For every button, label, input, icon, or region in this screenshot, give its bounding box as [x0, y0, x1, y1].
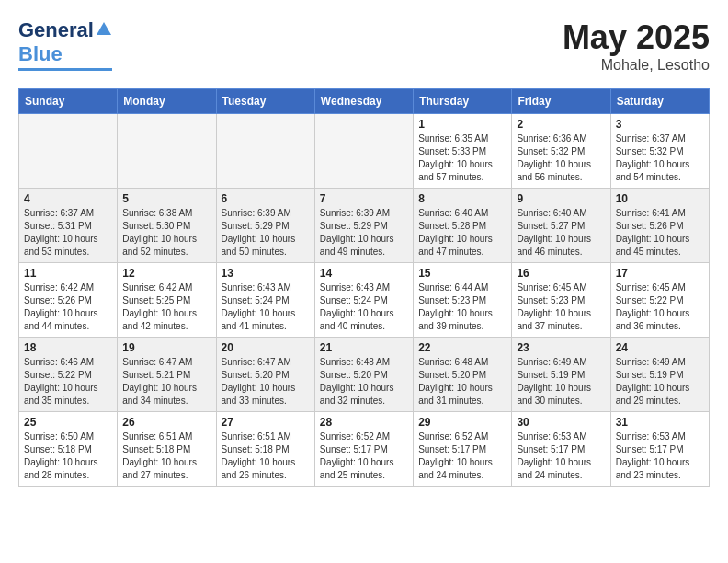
day-info: Sunrise: 6:47 AM Sunset: 5:20 PM Dayligh… [222, 356, 310, 408]
day-info: Sunrise: 6:40 AM Sunset: 5:28 PM Dayligh… [418, 207, 506, 259]
calendar-cell: 7Sunrise: 6:39 AM Sunset: 5:29 PM Daylig… [314, 189, 413, 263]
day-info: Sunrise: 6:52 AM Sunset: 5:17 PM Dayligh… [320, 431, 408, 482]
calendar-cell: 30Sunrise: 6:53 AM Sunset: 5:17 PM Dayli… [512, 412, 610, 487]
calendar-week-row: 18Sunrise: 6:46 AM Sunset: 5:22 PM Dayli… [19, 338, 710, 412]
day-number: 3 [616, 118, 704, 131]
day-info: Sunrise: 6:49 AM Sunset: 5:19 PM Dayligh… [616, 356, 704, 408]
title-block: May 2025 Mohale, Lesotho [563, 18, 710, 74]
calendar-cell: 19Sunrise: 6:47 AM Sunset: 5:21 PM Dayli… [118, 338, 216, 412]
day-info: Sunrise: 6:41 AM Sunset: 5:26 PM Dayligh… [616, 207, 704, 259]
logo-underline [18, 68, 112, 71]
weekday-header-tuesday: Tuesday [216, 89, 314, 114]
calendar-week-row: 1Sunrise: 6:35 AM Sunset: 5:33 PM Daylig… [19, 114, 710, 189]
day-info: Sunrise: 6:51 AM Sunset: 5:18 PM Dayligh… [222, 431, 310, 482]
day-info: Sunrise: 6:43 AM Sunset: 5:24 PM Dayligh… [320, 282, 408, 333]
day-number: 6 [222, 192, 310, 205]
day-info: Sunrise: 6:45 AM Sunset: 5:23 PM Dayligh… [517, 282, 605, 333]
calendar-cell: 4Sunrise: 6:37 AM Sunset: 5:31 PM Daylig… [19, 189, 118, 263]
day-number: 13 [222, 267, 310, 280]
calendar-cell: 20Sunrise: 6:47 AM Sunset: 5:20 PM Dayli… [216, 338, 314, 412]
day-number: 19 [122, 341, 210, 354]
day-info: Sunrise: 6:36 AM Sunset: 5:32 PM Dayligh… [517, 132, 605, 184]
calendar-cell [216, 114, 314, 189]
day-number: 31 [616, 416, 704, 429]
day-info: Sunrise: 6:38 AM Sunset: 5:30 PM Dayligh… [122, 207, 210, 259]
logo-general: General [18, 18, 94, 42]
day-info: Sunrise: 6:44 AM Sunset: 5:23 PM Dayligh… [418, 282, 506, 333]
calendar-table: SundayMondayTuesdayWednesdayThursdayFrid… [18, 88, 710, 487]
weekday-header-saturday: Saturday [610, 89, 709, 114]
day-info: Sunrise: 6:39 AM Sunset: 5:29 PM Dayligh… [222, 207, 310, 259]
calendar-cell: 3Sunrise: 6:37 AM Sunset: 5:32 PM Daylig… [610, 114, 709, 189]
day-number: 30 [517, 416, 605, 429]
calendar-cell: 13Sunrise: 6:43 AM Sunset: 5:24 PM Dayli… [216, 263, 314, 338]
calendar-cell: 21Sunrise: 6:48 AM Sunset: 5:20 PM Dayli… [314, 338, 413, 412]
day-number: 21 [320, 341, 408, 354]
day-number: 9 [517, 192, 605, 205]
day-info: Sunrise: 6:37 AM Sunset: 5:32 PM Dayligh… [616, 132, 704, 184]
calendar-cell: 29Sunrise: 6:52 AM Sunset: 5:17 PM Dayli… [414, 412, 512, 487]
day-number: 11 [24, 267, 112, 280]
day-number: 12 [122, 267, 210, 280]
calendar-cell: 25Sunrise: 6:50 AM Sunset: 5:18 PM Dayli… [19, 412, 118, 487]
day-info: Sunrise: 6:42 AM Sunset: 5:25 PM Dayligh… [122, 282, 210, 333]
calendar-cell: 17Sunrise: 6:45 AM Sunset: 5:22 PM Dayli… [610, 263, 709, 338]
calendar-cell: 5Sunrise: 6:38 AM Sunset: 5:30 PM Daylig… [118, 189, 216, 263]
day-number: 22 [418, 341, 506, 354]
day-info: Sunrise: 6:42 AM Sunset: 5:26 PM Dayligh… [24, 282, 112, 333]
day-info: Sunrise: 6:37 AM Sunset: 5:31 PM Dayligh… [24, 207, 112, 259]
day-info: Sunrise: 6:53 AM Sunset: 5:17 PM Dayligh… [517, 431, 605, 482]
weekday-header-friday: Friday [512, 89, 610, 114]
calendar-week-row: 11Sunrise: 6:42 AM Sunset: 5:26 PM Dayli… [19, 263, 710, 338]
calendar-cell: 24Sunrise: 6:49 AM Sunset: 5:19 PM Dayli… [610, 338, 709, 412]
calendar-week-row: 4Sunrise: 6:37 AM Sunset: 5:31 PM Daylig… [19, 189, 710, 263]
day-info: Sunrise: 6:48 AM Sunset: 5:20 PM Dayligh… [320, 356, 408, 408]
logo-blue: Blue [18, 42, 63, 66]
calendar-cell: 10Sunrise: 6:41 AM Sunset: 5:26 PM Dayli… [610, 189, 709, 263]
weekday-header-monday: Monday [118, 89, 216, 114]
day-number: 4 [24, 192, 112, 205]
weekday-header-sunday: Sunday [19, 89, 118, 114]
calendar-cell: 28Sunrise: 6:52 AM Sunset: 5:17 PM Dayli… [314, 412, 413, 487]
weekday-header-wednesday: Wednesday [314, 89, 413, 114]
calendar-cell: 8Sunrise: 6:40 AM Sunset: 5:28 PM Daylig… [414, 189, 512, 263]
day-number: 29 [418, 416, 506, 429]
day-info: Sunrise: 6:53 AM Sunset: 5:17 PM Dayligh… [616, 431, 704, 482]
day-number: 10 [616, 192, 704, 205]
logo-icon [96, 20, 112, 37]
calendar-cell: 23Sunrise: 6:49 AM Sunset: 5:19 PM Dayli… [512, 338, 610, 412]
day-number: 16 [517, 267, 605, 280]
calendar-cell: 6Sunrise: 6:39 AM Sunset: 5:29 PM Daylig… [216, 189, 314, 263]
day-number: 2 [517, 118, 605, 131]
calendar-cell: 15Sunrise: 6:44 AM Sunset: 5:23 PM Dayli… [414, 263, 512, 338]
day-number: 18 [24, 341, 112, 354]
day-info: Sunrise: 6:51 AM Sunset: 5:18 PM Dayligh… [122, 431, 210, 482]
day-info: Sunrise: 6:39 AM Sunset: 5:29 PM Dayligh… [320, 207, 408, 259]
location-subtitle: Mohale, Lesotho [563, 57, 710, 74]
calendar-header-row: SundayMondayTuesdayWednesdayThursdayFrid… [19, 89, 710, 114]
day-info: Sunrise: 6:43 AM Sunset: 5:24 PM Dayligh… [222, 282, 310, 333]
day-info: Sunrise: 6:52 AM Sunset: 5:17 PM Dayligh… [418, 431, 506, 482]
day-number: 17 [616, 267, 704, 280]
calendar-cell [314, 114, 413, 189]
day-info: Sunrise: 6:45 AM Sunset: 5:22 PM Dayligh… [616, 282, 704, 333]
day-number: 28 [320, 416, 408, 429]
day-number: 14 [320, 267, 408, 280]
day-info: Sunrise: 6:49 AM Sunset: 5:19 PM Dayligh… [517, 356, 605, 408]
calendar-week-row: 25Sunrise: 6:50 AM Sunset: 5:18 PM Dayli… [19, 412, 710, 487]
day-number: 23 [517, 341, 605, 354]
calendar-cell: 14Sunrise: 6:43 AM Sunset: 5:24 PM Dayli… [314, 263, 413, 338]
calendar-cell: 1Sunrise: 6:35 AM Sunset: 5:33 PM Daylig… [414, 114, 512, 189]
calendar-cell: 16Sunrise: 6:45 AM Sunset: 5:23 PM Dayli… [512, 263, 610, 338]
day-info: Sunrise: 6:48 AM Sunset: 5:20 PM Dayligh… [418, 356, 506, 408]
day-info: Sunrise: 6:50 AM Sunset: 5:18 PM Dayligh… [24, 431, 112, 482]
weekday-header-thursday: Thursday [414, 89, 512, 114]
page-header: General Blue May 2025 Mohale, Lesotho [18, 18, 710, 74]
calendar-cell: 22Sunrise: 6:48 AM Sunset: 5:20 PM Dayli… [414, 338, 512, 412]
day-number: 27 [222, 416, 310, 429]
calendar-cell: 31Sunrise: 6:53 AM Sunset: 5:17 PM Dayli… [610, 412, 709, 487]
day-number: 1 [418, 118, 506, 131]
svg-marker-0 [97, 22, 111, 35]
calendar-cell [19, 114, 118, 189]
day-number: 7 [320, 192, 408, 205]
